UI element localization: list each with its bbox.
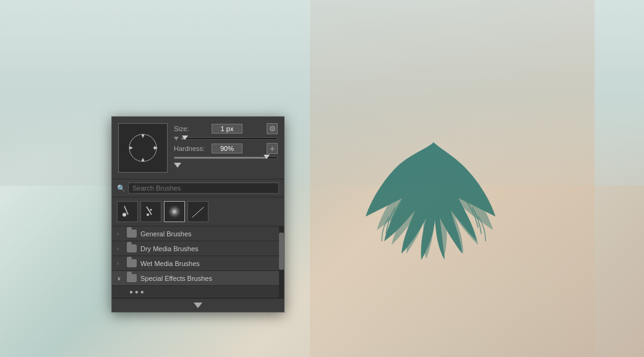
- panel-bottom: [112, 298, 284, 312]
- svg-line-13: [147, 207, 152, 215]
- chevron-dry: ›: [117, 246, 123, 252]
- brush-thumb-4[interactable]: [187, 201, 208, 222]
- svg-point-9: [122, 213, 126, 217]
- chevron-general: ›: [117, 231, 123, 237]
- size-row: Size: 1 px ⚙: [174, 123, 278, 134]
- size-label: Size:: [174, 125, 208, 132]
- wing-tattoo: [353, 124, 514, 291]
- category-special-effects-brushes[interactable]: ∨ Special Effects Brushes: [112, 271, 279, 286]
- svg-point-7: [129, 147, 132, 149]
- brush-categories: › General Brushes › Dry Media Brushes › …: [112, 226, 284, 298]
- folder-icon-special: [127, 274, 137, 282]
- category-dry-media-brushes[interactable]: › Dry Media Brushes: [112, 241, 279, 256]
- hardness-label: Hardness:: [174, 145, 208, 152]
- brush-settings: Size: 1 px ⚙ Hardness: 90% +: [174, 123, 278, 173]
- search-bar: 🔍: [112, 179, 284, 197]
- hardness-value[interactable]: 90%: [212, 144, 243, 153]
- size-slider-row: [174, 137, 278, 140]
- folder-icon-wet: [127, 259, 137, 267]
- hardness-bottom-arrow: [174, 163, 181, 168]
- brush-sub-item-1[interactable]: ● ● ●: [112, 286, 279, 298]
- folder-icon-general: [127, 230, 137, 238]
- size-slider-min-icon: [174, 137, 179, 140]
- category-label-dry: Dry Media Brushes: [140, 245, 199, 252]
- hardness-slider-row: [174, 157, 278, 159]
- svg-line-15: [192, 207, 204, 217]
- sub-item-label: ● ● ●: [129, 288, 144, 295]
- search-input[interactable]: [128, 183, 279, 194]
- svg-point-14: [168, 205, 181, 218]
- gear-button[interactable]: ⚙: [267, 123, 278, 134]
- svg-point-6: [142, 159, 144, 161]
- category-label-wet: Wet Media Brushes: [140, 260, 200, 267]
- size-value[interactable]: 1 px: [212, 124, 243, 134]
- folder-icon-dry: [127, 244, 137, 252]
- panel-scrollbar[interactable]: [279, 226, 284, 298]
- svg-point-12: [150, 209, 152, 211]
- brush-thumb-1[interactable]: [117, 201, 138, 222]
- svg-point-0: [129, 134, 157, 161]
- background: [0, 0, 644, 357]
- chevron-wet: ›: [117, 260, 123, 267]
- collapse-arrow[interactable]: [194, 303, 202, 308]
- category-label-general: General Brushes: [140, 230, 192, 238]
- brush-list: › General Brushes › Dry Media Brushes › …: [112, 226, 284, 298]
- brush-thumbnails: [112, 197, 284, 226]
- hardness-slider[interactable]: [174, 157, 278, 159]
- search-icon: 🔍: [117, 184, 126, 192]
- hardness-row: Hardness: 90% +: [174, 143, 278, 154]
- add-brush-button[interactable]: +: [267, 143, 278, 154]
- brush-thumb-2[interactable]: [140, 201, 161, 222]
- brush-panel: Size: 1 px ⚙ Hardness: 90% +: [111, 116, 285, 312]
- svg-point-5: [142, 134, 144, 137]
- category-label-special: Special Effects Brushes: [140, 275, 212, 282]
- brush-preview: [118, 123, 168, 173]
- svg-point-11: [147, 213, 149, 216]
- scrollbar-thumb[interactable]: [279, 233, 284, 270]
- chevron-special: ∨: [117, 275, 123, 282]
- svg-marker-8: [154, 146, 158, 150]
- brush-thumb-3[interactable]: [164, 201, 185, 222]
- category-wet-media-brushes[interactable]: › Wet Media Brushes: [112, 256, 279, 271]
- brush-crosshair: [124, 129, 161, 166]
- brush-controls-section: Size: 1 px ⚙ Hardness: 90% +: [112, 117, 284, 179]
- category-general-brushes[interactable]: › General Brushes: [112, 226, 279, 241]
- size-slider[interactable]: [181, 137, 278, 140]
